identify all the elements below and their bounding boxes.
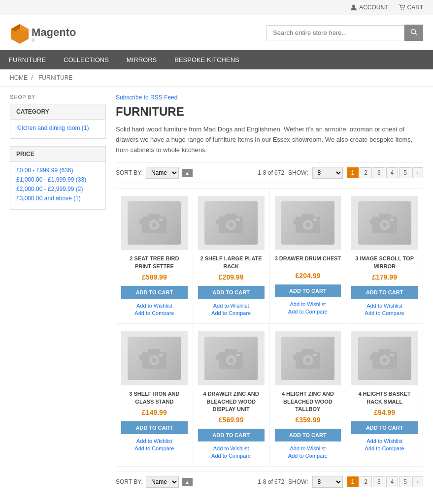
product-image-p7[interactable] bbox=[275, 331, 341, 385]
sort-right-bottom: 1-8 of 672 SHOW: 8 16 32 1 2 3 4 5 › bbox=[258, 476, 423, 488]
sort-by-label-bottom: SORT BY: bbox=[116, 478, 143, 485]
price-label-0: £0.00 - £999.99 bbox=[16, 167, 58, 174]
cart-link[interactable]: CART bbox=[399, 4, 423, 11]
product-name-p4: 3 IMAGE SCROLL TOP MIRROR bbox=[351, 255, 418, 270]
product-image-p1[interactable] bbox=[121, 196, 188, 250]
sort-direction-button[interactable]: ▲ bbox=[182, 169, 193, 177]
product-links-p4: Add to Wishlist Add to Compare bbox=[351, 303, 418, 316]
product-grid: 2 SEAT TREE BIRD PRINT SETTEE £589.99 AD… bbox=[116, 188, 423, 467]
add-to-cart-p1[interactable]: ADD TO CART bbox=[121, 286, 188, 299]
sidebar: SHOP BY CATEGORY Kitchen and dining room… bbox=[10, 94, 106, 497]
product-image-p6[interactable] bbox=[198, 331, 265, 385]
add-to-cart-p6[interactable]: ADD TO CART bbox=[198, 429, 265, 441]
product-price-p2: £209.99 bbox=[198, 273, 265, 281]
add-compare-p7[interactable]: Add to Compare bbox=[275, 453, 341, 459]
search-button[interactable] bbox=[404, 25, 423, 41]
page-2-top[interactable]: 2 bbox=[360, 167, 372, 178]
page-5-top[interactable]: 5 bbox=[399, 167, 411, 178]
svg-rect-13 bbox=[148, 214, 160, 218]
product-links-p8: Add to Wishlist Add to Compare bbox=[351, 438, 418, 451]
product-image-p8[interactable] bbox=[351, 331, 418, 385]
page-4-top[interactable]: 4 bbox=[386, 167, 399, 178]
svg-rect-66 bbox=[390, 354, 394, 356]
add-wishlist-p2[interactable]: Add to Wishlist bbox=[198, 303, 265, 309]
add-compare-p6[interactable]: Add to Compare bbox=[198, 453, 265, 459]
sort-left: SORT BY: Name Price ▲ bbox=[116, 167, 193, 179]
page-2-bottom[interactable]: 2 bbox=[360, 476, 372, 487]
page-1-bottom[interactable]: 1 bbox=[347, 476, 359, 487]
add-compare-p3[interactable]: Add to Compare bbox=[275, 309, 341, 315]
page-title: FURNITURE bbox=[116, 105, 423, 119]
page-4-bottom[interactable]: 4 bbox=[386, 476, 399, 487]
price-filter-box: PRICE £0.00 - £999.99 (636) £1,000.00 - … bbox=[10, 146, 106, 210]
svg-rect-52 bbox=[236, 354, 240, 356]
category-kitchen-count: (1) bbox=[82, 125, 89, 131]
price-link-2[interactable]: £2,000.00 - £2,999.99 (2) bbox=[16, 186, 100, 192]
add-to-cart-p2[interactable]: ADD TO CART bbox=[198, 286, 265, 299]
add-wishlist-p8[interactable]: Add to Wishlist bbox=[351, 438, 418, 444]
add-to-cart-p8[interactable]: ADD TO CART bbox=[351, 421, 418, 434]
show-select-top[interactable]: 8 16 32 bbox=[312, 167, 343, 179]
add-compare-p5[interactable]: Add to Compare bbox=[121, 445, 188, 451]
svg-point-1 bbox=[401, 9, 402, 10]
add-wishlist-p7[interactable]: Add to Wishlist bbox=[275, 445, 341, 451]
nav-item-furniture[interactable]: FURNITURE bbox=[0, 50, 55, 69]
price-link-1[interactable]: £1,000.00 - £1,999.99 (33) bbox=[16, 176, 100, 183]
page-5-bottom[interactable]: 5 bbox=[399, 476, 411, 487]
product-image-inner-p6 bbox=[204, 337, 258, 380]
sort-select-bottom[interactable]: Name Price bbox=[146, 476, 179, 488]
rss-link[interactable]: Subscribe to RSS Feed bbox=[116, 94, 423, 101]
product-price-p8: £94.99 bbox=[351, 409, 418, 416]
breadcrumb-separator: / bbox=[31, 74, 33, 81]
page-3-top[interactable]: 3 bbox=[373, 167, 385, 178]
add-to-cart-p5[interactable]: ADD TO CART bbox=[121, 421, 188, 434]
price-label-2: £2,000.00 - £2,999.99 bbox=[16, 186, 74, 192]
nav-item-mirrors[interactable]: MIRRORS bbox=[118, 50, 166, 69]
svg-rect-54 bbox=[293, 355, 299, 360]
page-1-top[interactable]: 1 bbox=[347, 167, 359, 178]
add-wishlist-p3[interactable]: Add to Wishlist bbox=[275, 301, 341, 307]
product-image-p5[interactable] bbox=[121, 331, 188, 385]
account-link[interactable]: ACCOUNT bbox=[350, 4, 388, 11]
camera-placeholder-icon bbox=[139, 346, 169, 371]
svg-rect-47 bbox=[216, 355, 222, 360]
add-to-cart-p3[interactable]: ADD TO CART bbox=[275, 284, 341, 297]
category-filter-title: CATEGORY bbox=[10, 104, 105, 120]
add-to-cart-p7[interactable]: ADD TO CART bbox=[275, 429, 341, 441]
product-image-p2[interactable] bbox=[198, 196, 265, 250]
breadcrumb-home[interactable]: HOME bbox=[10, 74, 28, 81]
product-image-p3[interactable] bbox=[275, 196, 341, 250]
add-compare-p8[interactable]: Add to Compare bbox=[351, 445, 418, 451]
price-link-0[interactable]: £0.00 - £999.99 (636) bbox=[16, 167, 100, 174]
add-wishlist-p5[interactable]: Add to Wishlist bbox=[121, 438, 188, 444]
add-compare-p1[interactable]: Add to Compare bbox=[121, 310, 188, 316]
add-wishlist-p1[interactable]: Add to Wishlist bbox=[121, 303, 188, 309]
price-filter-title: PRICE bbox=[10, 147, 105, 162]
category-kitchen-link[interactable]: Kitchen and dining room (1) bbox=[16, 125, 100, 131]
svg-point-0 bbox=[352, 5, 355, 8]
show-select-bottom[interactable]: 8 16 32 bbox=[312, 476, 343, 488]
price-count-2: (2) bbox=[76, 186, 83, 192]
page-3-bottom[interactable]: 3 bbox=[373, 476, 385, 487]
add-wishlist-p4[interactable]: Add to Wishlist bbox=[351, 303, 418, 309]
price-label-1: £1,000.00 - £1,999.99 bbox=[16, 176, 74, 183]
add-wishlist-p6[interactable]: Add to Wishlist bbox=[198, 445, 265, 451]
next-page-top[interactable]: › bbox=[412, 167, 423, 178]
logo-area[interactable]: M Magento ® bbox=[10, 20, 79, 45]
next-page-bottom[interactable]: › bbox=[412, 476, 423, 487]
product-links-p2: Add to Wishlist Add to Compare bbox=[198, 303, 265, 316]
nav-item-collections[interactable]: COLLECTIONS bbox=[55, 50, 118, 69]
add-compare-p4[interactable]: Add to Compare bbox=[351, 310, 418, 316]
product-links-p3: Add to Wishlist Add to Compare bbox=[275, 301, 341, 315]
search-input[interactable] bbox=[266, 25, 404, 40]
svg-rect-61 bbox=[370, 355, 376, 360]
price-link-3[interactable]: £3,000.00 and above (1) bbox=[16, 195, 100, 202]
svg-point-58 bbox=[306, 358, 310, 362]
sort-select[interactable]: Name Price bbox=[146, 167, 179, 179]
nav-item-bespoke[interactable]: BESPOKE KITCHENS bbox=[166, 50, 248, 69]
sort-direction-button-bottom[interactable]: ▲ bbox=[182, 478, 193, 486]
product-image-p4[interactable] bbox=[351, 196, 418, 250]
add-compare-p2[interactable]: Add to Compare bbox=[198, 310, 265, 316]
product-name-p3: 3 DRAWER DRUM CHEST bbox=[275, 255, 341, 269]
add-to-cart-p4[interactable]: ADD TO CART bbox=[351, 286, 418, 299]
